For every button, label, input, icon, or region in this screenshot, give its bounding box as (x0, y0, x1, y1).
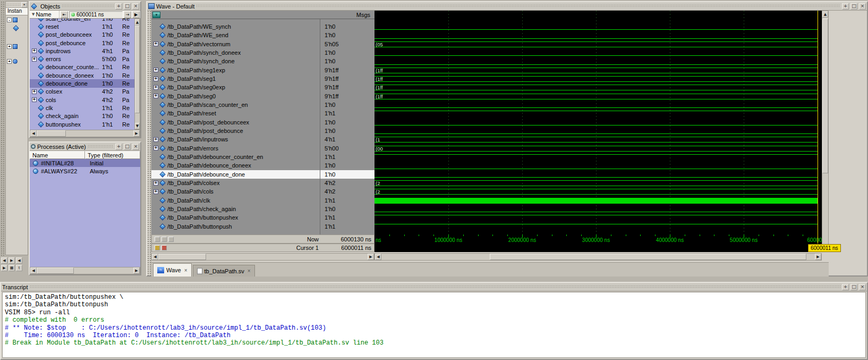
dock-icon[interactable]: + (842, 284, 849, 290)
objects-titlebar[interactable]: Objects + □ × (30, 2, 140, 11)
wave-signal-row[interactable]: +/tb_DataPath/inputrows4'h1 (151, 135, 375, 144)
scroll-track[interactable] (381, 254, 815, 260)
tree-item[interactable] (6, 24, 28, 32)
wave-signal-row[interactable]: +/tb_DataPath/cols4'h2 (151, 187, 375, 196)
drag-handle-icon[interactable] (6, 3, 21, 6)
scroll-left-icon[interactable]: ◀ (375, 254, 381, 260)
wave-signal-row[interactable]: +/tb_DataPath/debounce_doneex1'h0 (151, 161, 375, 170)
wave-signal-row[interactable]: +/tb_DataPath/seg0exp9'h1ff (151, 83, 375, 91)
objects-hscrollbar[interactable]: ◀ ▶ (30, 130, 140, 137)
expand-icon[interactable]: + (154, 68, 158, 72)
expand-icon[interactable]: + (154, 137, 158, 142)
expand-icon[interactable]: + (154, 189, 158, 194)
wave-signal-row[interactable]: +/tb_DataPath/seg19'h1ff (151, 74, 375, 83)
goto-first-icon[interactable]: ⇤ (61, 11, 68, 18)
tree-item[interactable]: + (6, 57, 28, 65)
objects-row[interactable]: +debouncer_counte...1'h1Re (30, 63, 134, 71)
objects-row[interactable]: +buttonpushex1'h1Re (30, 120, 134, 128)
objects-row[interactable]: +colsex4'h2Pa (30, 88, 134, 96)
toolbar-grip[interactable] (1, 1, 5, 256)
wave-signal-row[interactable]: +/tb_DataPath/colsex4'h2 (151, 179, 375, 187)
wave-signal-row[interactable]: +/tb_DataPath/synch_done1'h0 (151, 57, 375, 65)
scroll-thumb[interactable] (37, 130, 66, 137)
tab-close-icon[interactable]: × (248, 268, 251, 274)
tab-tb-datapath-sv[interactable]: tb_DataPath.sv× (193, 265, 255, 277)
edit-mode-icon[interactable] (155, 237, 160, 242)
scroll-left-icon[interactable]: ◀ (30, 130, 37, 137)
objects-column-name[interactable]: ▼ Name (30, 11, 59, 18)
wave-signal-row[interactable]: +/tb_DataPath/post_debounceex1'h0 (151, 118, 375, 127)
scroll-track[interactable] (37, 130, 133, 137)
waveform-hscrollbar[interactable]: ◀ ▶ (375, 253, 822, 261)
drag-handle-icon[interactable] (88, 145, 114, 148)
wave-signal-row[interactable]: +/tb_DataPath/buttonpush1'h1 (151, 222, 375, 231)
instance-column-header[interactable]: Instan (6, 8, 28, 15)
dock-icon[interactable]: + (115, 144, 122, 150)
tree-item[interactable]: + (6, 42, 28, 51)
scroll-track[interactable] (158, 254, 368, 260)
objects-row[interactable]: +inputrows4'h1Pa (30, 47, 134, 55)
expand-icon[interactable]: + (32, 48, 37, 53)
objects-row[interactable]: +scan_counter_en1'h0Re (30, 19, 134, 22)
wave-signal-row[interactable]: +/tb_DataPath/scan_counter_en1'h0 (151, 101, 375, 109)
expand-icon[interactable]: + (7, 44, 12, 49)
processes-column-name[interactable]: Name (30, 151, 85, 159)
objects-vscrollbar[interactable]: ▲ ▼ (134, 19, 140, 130)
processes-titlebar[interactable]: Processes (Active) + □ × (30, 143, 140, 151)
scroll-down-icon[interactable]: ▼ (135, 123, 140, 129)
scroll-left-icon[interactable]: ◀ (16, 257, 22, 264)
objects-row[interactable]: +debounce_done1'h0Re (30, 79, 134, 87)
scroll-track[interactable] (37, 267, 133, 274)
objects-row[interactable]: +reset1'h1Re (30, 22, 134, 30)
processes-hscrollbar[interactable]: ◀ ▶ (30, 267, 140, 274)
waveform-lanes-block[interactable]: (05(1ff(1ff(1ff(1ff(1(00(2(2 (375, 11, 822, 235)
tab-close-icon[interactable]: × (184, 267, 188, 273)
objects-row[interactable]: +cols4'h2Pa (30, 96, 134, 104)
structure-mini-titlebar[interactable]: × (6, 2, 28, 8)
process-row[interactable]: #ALWAYS#22Always (30, 167, 140, 175)
scroll-right-icon[interactable]: ▶ (133, 130, 140, 137)
processes-column-type[interactable]: Type (filtered) (85, 151, 140, 159)
transcript-body[interactable]: sim:/tb_DataPath/buttonpushex \sim:/tb_D… (2, 292, 866, 358)
wave-signal-row[interactable]: +/tb_DataPath/seg09'h1ff (151, 92, 375, 101)
objects-row[interactable]: +check_again1'h0Re (30, 112, 134, 120)
wave-vscrollbar[interactable]: ▲ ▼ (822, 11, 829, 252)
close-icon[interactable]: × (859, 3, 866, 10)
scroll-right-icon[interactable]: ▶ (815, 254, 821, 260)
transcript-titlebar[interactable]: Transcript + □ × (1, 283, 867, 291)
scroll-right-icon[interactable]: ▶ (133, 267, 140, 274)
tree-item[interactable]: - (6, 15, 28, 24)
wave-left-grip[interactable] (147, 11, 151, 275)
cursor-time-box[interactable]: 6000011 ns (808, 244, 841, 252)
close-icon[interactable]: × (21, 2, 27, 7)
waveform-cursor-line[interactable] (818, 11, 818, 235)
close-icon[interactable]: × (132, 144, 139, 150)
tab-wave[interactable]: ≈Wave× (153, 263, 192, 277)
wave-signal-row[interactable]: +/tb_DataPath/WE_synch1'h0 (151, 22, 375, 31)
wave-signal-row[interactable]: +/tb_DataPath/buttonpushex1'h1 (151, 213, 375, 222)
name-value-column-divider[interactable] (320, 19, 320, 235)
scroll-left-icon[interactable]: ◀ (152, 254, 158, 260)
wave-signal-row[interactable]: +/tb_DataPath/debounce_done1'h0 (151, 170, 375, 179)
collapse-icon[interactable]: - (7, 18, 12, 22)
scroll-up-icon[interactable]: ▲ (822, 11, 828, 18)
expand-icon[interactable]: + (32, 57, 37, 62)
insert-cursor-icon[interactable] (161, 237, 167, 242)
scroll-thumb[interactable] (158, 254, 206, 260)
close-icon[interactable]: × (132, 3, 139, 10)
scroll-up-icon[interactable]: ▲ (135, 19, 140, 26)
expand-icon[interactable]: + (154, 181, 158, 186)
wave-signal-row[interactable]: +/tb_DataPath/synch_doneex1'h0 (151, 48, 375, 57)
timeline-cursor-line[interactable] (818, 235, 818, 244)
play-icon[interactable]: ▶ (132, 11, 140, 18)
dock-icon[interactable]: + (842, 3, 849, 10)
expand-icon[interactable]: + (154, 41, 158, 46)
undock-icon[interactable]: □ (124, 3, 131, 10)
scroll-right-icon[interactable]: ▶ (1, 265, 7, 271)
scroll-thumb[interactable] (490, 254, 806, 260)
cursor-label[interactable]: Cursor 1 (296, 245, 319, 251)
wave-signal-row[interactable]: +/tb_DataPath/vectornum5'h05 (151, 40, 375, 48)
lock-icon[interactable] (155, 245, 160, 250)
wave-signal-row[interactable]: +/tb_DataPath/reset1'h1 (151, 109, 375, 118)
expand-icon[interactable]: + (154, 77, 158, 81)
